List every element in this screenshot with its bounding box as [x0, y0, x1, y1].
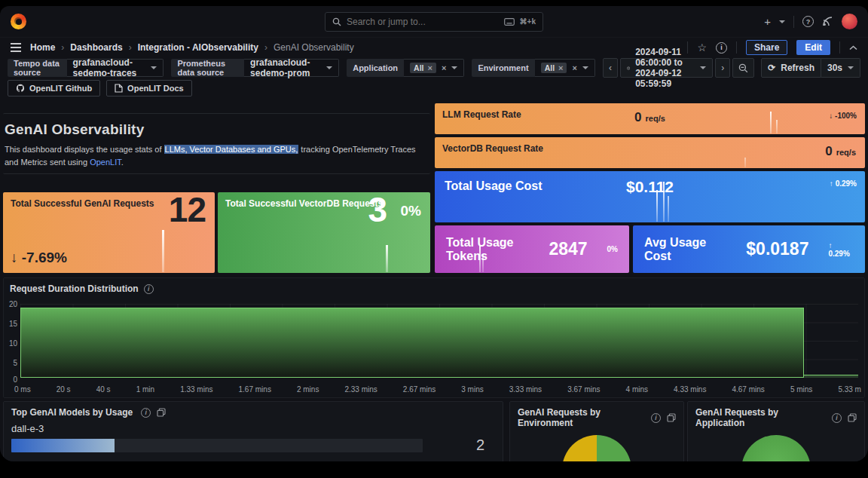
chevron-up-icon[interactable]	[849, 45, 857, 51]
application-pie-chart	[741, 435, 811, 461]
time-shift-forward-button[interactable]: ›	[715, 58, 730, 78]
sparkline	[386, 245, 388, 272]
panel-title: Total Usage Tokens	[446, 236, 532, 263]
refresh-label: Refresh	[781, 63, 815, 73]
chevron-down-icon	[326, 66, 332, 69]
sparkline	[482, 254, 484, 272]
openlit-link[interactable]: OpenLIT	[90, 158, 121, 167]
environment-filter-value[interactable]: All× ×	[535, 59, 595, 77]
refresh-button[interactable]: ⟳Refresh	[761, 58, 821, 78]
stat-value: 2847	[549, 239, 587, 259]
application-filter-tag[interactable]: All×	[410, 63, 436, 73]
breadcrumb-folder[interactable]: Integration - AIObservability	[138, 42, 258, 53]
dashboard-links: OpenLIT Github OpenLIT Docs	[0, 78, 868, 98]
sparkline	[479, 246, 481, 272]
divider	[736, 41, 737, 54]
breadcrumb-separator: ›	[264, 42, 267, 53]
panel-links-icon[interactable]	[848, 413, 857, 422]
gauge-track	[11, 439, 423, 452]
dashboard-title: GenAI Observability	[5, 121, 427, 138]
application-filter-value[interactable]: All× ×	[404, 59, 464, 77]
unit: req/s	[646, 114, 665, 123]
total-usage-cost-panel: Total Usage Cost $0.112 ↑ 0.29%	[435, 171, 865, 222]
avg-usage-cost-panel: Avg Usage Cost $0.0187 ↑ 0.29%	[633, 225, 865, 273]
search-input[interactable]	[347, 17, 499, 27]
remove-tag-icon[interactable]: ×	[428, 64, 432, 72]
panel-links-icon[interactable]	[667, 413, 676, 422]
clear-all-icon[interactable]: ×	[572, 64, 576, 72]
value: 0	[825, 144, 832, 159]
application-filter-label: Application	[347, 59, 404, 77]
star-icon[interactable]: ☆	[697, 41, 707, 54]
add-icon[interactable]: +	[764, 16, 771, 27]
panel-title: LLM Request Rate	[442, 109, 521, 120]
edit-button[interactable]: Edit	[796, 40, 830, 55]
breadcrumb-current: GenAI Observability	[274, 42, 354, 53]
tempo-datasource-value[interactable]: grafanacloud-sedemo-traces	[67, 59, 164, 77]
x-tick: 20 s	[57, 385, 71, 394]
intro-text-panel: GenAI Observability This dashboard displ…	[3, 113, 430, 174]
description-highlight: LLMs, Vector Databases and GPUs,	[164, 145, 299, 154]
stat-delta: ↑ 0.29%	[828, 241, 854, 258]
prometheus-datasource-label: Prometheus data source	[171, 59, 244, 77]
user-avatar[interactable]	[842, 14, 857, 29]
dashboard-actions: ☆ i Share Edit	[687, 40, 857, 55]
refresh-interval-picker[interactable]: 30s	[821, 58, 860, 78]
sparkline	[744, 158, 746, 167]
topbar-actions: + ?	[764, 14, 857, 29]
info-icon[interactable]: i	[716, 42, 727, 54]
x-tick: 40 s	[96, 385, 111, 394]
panel-header: Request Duration Distribution i	[4, 278, 864, 294]
panel-header-icons: i	[832, 413, 857, 423]
divider	[839, 41, 840, 54]
info-icon[interactable]: i	[144, 284, 154, 294]
panel-title: Request Duration Distribution	[10, 283, 139, 294]
refresh-controls: ⟳Refresh 30s	[761, 58, 860, 78]
prometheus-datasource-value[interactable]: grafanacloud-sedemo-prom	[244, 59, 339, 77]
zoom-out-button[interactable]	[732, 58, 754, 78]
sparkline	[776, 120, 778, 133]
info-icon[interactable]: i	[832, 413, 842, 423]
share-button[interactable]: Share	[746, 40, 787, 55]
time-shift-back-button[interactable]: ‹	[603, 58, 618, 78]
environment-filter-tag[interactable]: All×	[541, 63, 567, 73]
panel-title: Total Successful GenAI Requests	[11, 198, 154, 209]
x-tick: 0 ms	[14, 385, 31, 394]
remove-tag-icon[interactable]: ×	[558, 64, 563, 72]
add-chevron-down-icon[interactable]	[779, 20, 785, 23]
info-icon[interactable]: i	[141, 408, 151, 418]
panel-title: Top GenAI Models by Usage	[11, 407, 133, 418]
search-icon	[332, 17, 341, 26]
menu-icon[interactable]	[11, 43, 21, 52]
refresh-icon: ⟳	[768, 63, 775, 73]
help-icon[interactable]: ?	[802, 16, 814, 27]
x-tick: 5 mins	[790, 385, 812, 394]
gauge-row: 2	[11, 437, 495, 454]
x-tick: 3.67 mins	[567, 385, 600, 394]
chevron-down-icon	[582, 66, 588, 69]
stat-value: $0.0187	[746, 239, 808, 259]
breadcrumb-home[interactable]: Home	[30, 42, 55, 53]
search-box[interactable]: ⌘+k	[325, 12, 543, 32]
grafana-logo-icon[interactable]	[11, 14, 26, 29]
dashboard-description: This dashboard displays the usage stats …	[5, 143, 427, 168]
news-icon[interactable]	[822, 16, 833, 27]
gauge-label: dall-e-3	[11, 423, 495, 434]
clear-all-icon[interactable]: ×	[442, 64, 446, 72]
histogram-plot	[20, 304, 858, 378]
histogram-bar-tail	[804, 375, 858, 378]
keyboard-icon	[504, 18, 515, 26]
stat-delta: ↓ -7.69%	[11, 250, 67, 266]
time-range-picker[interactable]: 2024-09-11 06:00:00 to 2024-09-12 05:59:…	[620, 58, 713, 78]
x-tick: 2.33 mins	[344, 385, 377, 394]
info-icon[interactable]: i	[651, 413, 661, 423]
panel-links-icon[interactable]	[157, 408, 166, 417]
x-tick: 4.67 mins	[732, 385, 764, 394]
breadcrumb-dashboards[interactable]: Dashboards	[70, 42, 122, 53]
openlit-github-button[interactable]: OpenLIT Github	[8, 80, 100, 97]
requests-by-application-panel: GenAI Requests by Application i	[687, 401, 865, 461]
value: 0	[634, 110, 641, 125]
openlit-docs-button[interactable]: OpenLIT Docs	[106, 80, 192, 97]
breadcrumb-separator: ›	[129, 42, 132, 53]
stat-delta: 0%	[401, 203, 421, 219]
